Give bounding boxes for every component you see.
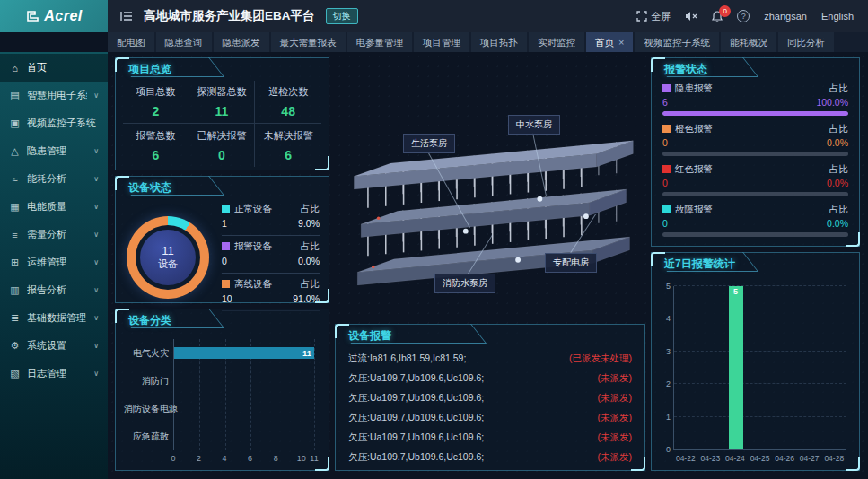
alarm-row[interactable]: 过流:Ia81.6,Ib81.59,Ic81.59;(已派发未处理): [348, 349, 632, 368]
building-label-reclaimed-water-pump-room[interactable]: 中水泵房: [508, 115, 560, 135]
ratio-label: 占比: [301, 278, 320, 291]
tab-1[interactable]: 配电图: [108, 32, 154, 52]
sidebar-item-warning[interactable]: △隐患管理∨: [0, 137, 108, 165]
chevron-down-icon: ∨: [93, 231, 99, 239]
alarm-status-label: 橙色报警: [662, 123, 713, 135]
overview-stat: 项目总数2: [123, 81, 189, 124]
x-tick-label: 10: [297, 454, 306, 463]
project-overview-panel: 项目总览 项目总数2探测器总数11巡检次数48报警总数6已解决报警0未解决报警6: [115, 57, 329, 170]
alarm-ratio: 0.0%: [827, 178, 848, 188]
legend-color-swatch: [662, 165, 671, 173]
alarm-list: 过流:Ia81.6,Ib81.59,Ic81.59;(已派发未处理)欠压:Ua1…: [336, 344, 644, 470]
y-tick-label: 3: [666, 347, 674, 356]
sidebar-item-chart[interactable]: ▤智慧用电子系统∨: [0, 82, 108, 109]
x-tick-label: 0: [171, 454, 175, 463]
sidebar-item-label: 运维管理: [27, 256, 87, 269]
tab-5[interactable]: 电参量管理: [347, 32, 413, 52]
alarm-row[interactable]: 欠压:Ua109.7,Ub109.6,Uc109.6;(未派发): [348, 388, 632, 407]
panel-title: 设备报警: [336, 325, 644, 344]
building-label-fire-pump-room[interactable]: 消防水泵房: [434, 274, 495, 293]
language-switch[interactable]: English: [821, 11, 854, 22]
tab-close-icon[interactable]: ×: [618, 32, 624, 52]
sidebar-item-ops[interactable]: ⊞运维管理∨: [0, 248, 108, 276]
help-icon[interactable]: ?: [737, 10, 750, 22]
tab-bar: 配电图隐患查询隐患派发最大需量报表电参量管理项目管理项目拓扑实时监控首页×视频监…: [108, 32, 868, 52]
sidebar-item-demand[interactable]: ≡需量分析∨: [0, 221, 108, 248]
alarm-row[interactable]: 欠压:Ua109.7,Ub109.6,Uc109.6;(未派发): [348, 369, 632, 388]
sidebar-item-report[interactable]: ▥报告分析∨: [0, 276, 108, 304]
fullscreen-button[interactable]: 全屏: [636, 10, 671, 23]
stat-value: 2: [152, 104, 159, 118]
weekly-plot-area: 0123455: [673, 286, 846, 450]
sidebar-item-home[interactable]: ⌂首页: [0, 54, 108, 82]
notifications-button[interactable]: 0: [712, 11, 723, 22]
tab-10[interactable]: 视频监控子系统: [635, 32, 719, 52]
x-tick-label: 2: [197, 454, 201, 463]
tab-7[interactable]: 项目拓扑: [471, 32, 527, 52]
alarm-row[interactable]: 欠压:Ua109.7,Ub109.6,Uc109.6;(未派发): [348, 448, 632, 466]
chevron-down-icon: ∨: [93, 258, 99, 266]
legend-label: 报警设备: [222, 240, 272, 253]
gridline: [314, 339, 315, 450]
progress-fill: [662, 111, 848, 116]
gear-icon: ⚙: [9, 340, 21, 352]
category-label: 消防设备电源: [124, 403, 174, 415]
weekly-bar[interactable]: 5: [729, 286, 743, 449]
sidebar-item-label: 日志管理: [27, 367, 87, 380]
device-category-chart: 电气火灾11消防门消防设备电源应急疏散 024681011: [121, 337, 318, 468]
weekly-column: [674, 286, 698, 449]
alarm-status-label: 故障报警: [662, 204, 713, 216]
tab-8[interactable]: 实时监控: [529, 32, 584, 52]
stat-label: 未解决报警: [264, 129, 313, 143]
stat-label: 巡检次数: [268, 85, 308, 99]
category-row: 消防门: [174, 367, 314, 395]
alarm-text: 欠压:Ua109.7,Ub109.6,Uc109.6;: [348, 451, 484, 464]
alarm-status: (未派发): [598, 392, 633, 405]
sidebar-item-label: 需量分析: [27, 228, 87, 241]
legend-row: 19.0%: [222, 218, 320, 229]
sidebar-item-database[interactable]: ≣基础数据管理∨: [0, 304, 108, 332]
center-column: 生活泵房中水泵房专配电房消防水泵房 设备报警 过流:Ia81.6,Ib81.59…: [335, 57, 645, 471]
alarm-status: (未派发): [598, 372, 633, 385]
ratio-label: 占比: [301, 203, 320, 215]
tab-4[interactable]: 最大需量报表: [271, 32, 346, 52]
alarm-row[interactable]: 欠压:Ua109.7,Ub109.6,Uc109.6;(未派发): [348, 408, 632, 427]
tab-3[interactable]: 隐患派发: [214, 32, 269, 52]
sidebar-item-gear[interactable]: ⚙系统设置∨: [0, 332, 108, 360]
alarm-row[interactable]: 欠压:Ua109.7,Ub109.6,Uc109.6;(未派发): [348, 428, 632, 447]
stat-label: 探测器总数: [197, 85, 246, 99]
progress-track: [662, 192, 848, 196]
legend-row: 报警设备占比: [222, 240, 320, 253]
building-label-life-pump-room[interactable]: 生活泵房: [403, 134, 455, 153]
tab-9[interactable]: 首页×: [586, 32, 633, 52]
tab-11[interactable]: 能耗概况: [721, 32, 776, 52]
building-label-distribution-room[interactable]: 专配电房: [545, 253, 597, 273]
sidebar-item-video[interactable]: ▣视频监控子系统: [0, 109, 108, 137]
switch-project-button[interactable]: 切换: [326, 8, 358, 24]
chevron-down-icon: ∨: [93, 370, 99, 378]
collapse-sidebar-icon[interactable]: [120, 11, 133, 22]
sidebar-item-label: 智慧用电子系统: [27, 89, 87, 102]
dashboard-main: 项目总览 项目总数2探测器总数11巡检次数48报警总数6已解决报警0未解决报警6…: [108, 52, 868, 479]
alarm-status: (未派发): [598, 451, 633, 464]
alarm-text: 欠压:Ua109.7,Ub109.6,Uc109.6;: [348, 372, 484, 385]
stat-value: 48: [281, 104, 295, 118]
bar-value-label: 5: [733, 287, 738, 449]
tab-2[interactable]: 隐患查询: [156, 32, 212, 52]
sidebar-item-label: 首页: [27, 61, 99, 74]
username[interactable]: zhangsan: [764, 11, 807, 22]
sidebar-item-power-quality[interactable]: ▦电能质量∨: [0, 193, 108, 221]
category-label: 消防门: [124, 375, 174, 388]
x-tick-label: 04-23: [698, 454, 723, 466]
mute-button[interactable]: [685, 11, 697, 22]
progress-track: [662, 111, 848, 116]
category-bar[interactable]: 11: [174, 347, 314, 359]
alarm-ratio: 0.0%: [827, 137, 848, 148]
sidebar-item-energy[interactable]: ≈能耗分析∨: [0, 165, 108, 193]
tab-6[interactable]: 项目管理: [414, 32, 469, 52]
sidebar-item-log[interactable]: ▧日志管理∨: [0, 360, 108, 388]
weekly-column: [797, 286, 821, 449]
panel-title: 近7日报警统计: [652, 253, 859, 272]
tab-12[interactable]: 同比分析: [778, 32, 834, 52]
category-row: 应急疏散: [174, 422, 314, 450]
